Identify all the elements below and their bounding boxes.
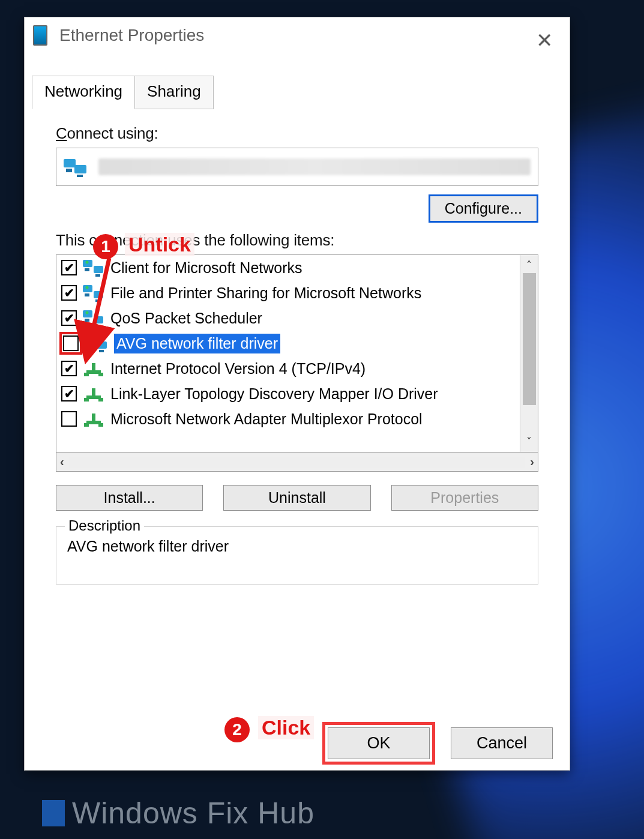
list-item[interactable]: ✔File and Printer Sharing for Microsoft … (56, 280, 520, 305)
svg-point-13 (86, 286, 89, 289)
svg-rect-10 (94, 291, 103, 298)
network-client-icon (83, 284, 104, 302)
svg-point-8 (86, 261, 89, 264)
list-item[interactable]: ✔Client for Microsoft Networks (56, 255, 520, 280)
nic-icon (33, 25, 47, 46)
description-legend: Description (65, 517, 144, 534)
svg-rect-7 (95, 274, 100, 277)
svg-point-23 (89, 337, 92, 340)
list-item[interactable]: ✔QoS Packet Scheduler (56, 305, 520, 331)
list-item-label: AVG network filter driver (114, 334, 280, 353)
list-item-label: Microsoft Network Adapter Multiplexor Pr… (110, 410, 423, 428)
annotation-step2-text: Click (258, 716, 314, 739)
close-icon[interactable]: ✕ (532, 28, 556, 52)
svg-rect-17 (95, 325, 100, 327)
uninstall-button[interactable]: Uninstall (223, 485, 370, 511)
list-item[interactable]: ✔Internet Protocol Version 4 (TCP/IPv4) (56, 356, 520, 381)
vertical-scrollbar[interactable]: ˄ ˅ (520, 255, 538, 452)
titlebar: Ethernet Properties (25, 17, 570, 53)
svg-rect-27 (98, 373, 103, 376)
annotation-step1-text: Untick (125, 233, 194, 256)
ok-highlight-box: OK (322, 722, 435, 765)
tabpanel-networking: Connect using: Configure... This connect… (32, 107, 562, 668)
description-group: Description AVG network filter driver (56, 526, 538, 585)
svg-rect-15 (94, 316, 103, 323)
checkbox[interactable]: ✔ (61, 285, 77, 301)
scroll-right-arrow[interactable]: › (530, 455, 534, 469)
dialog-title: Ethernet Properties (59, 26, 204, 45)
checkbox[interactable] (63, 335, 79, 351)
list-item[interactable]: Microsoft Network Adapter Multiplexor Pr… (56, 406, 520, 432)
install-button[interactable]: Install... (56, 485, 203, 511)
adapter-icon (64, 157, 89, 177)
svg-rect-0 (64, 159, 76, 167)
checkbox[interactable] (61, 411, 77, 427)
svg-rect-21 (88, 344, 93, 347)
tab-sharing[interactable]: Sharing (134, 76, 214, 109)
scroll-thumb[interactable] (523, 273, 536, 405)
svg-rect-33 (92, 413, 95, 422)
list-item[interactable]: ✔Link-Layer Topology Discovery Mapper I/… (56, 381, 520, 406)
network-client-icon (86, 334, 108, 352)
checkbox[interactable]: ✔ (61, 260, 77, 275)
cancel-button[interactable]: Cancel (451, 727, 553, 759)
list-item-label: File and Printer Sharing for Microsoft N… (110, 284, 421, 302)
watermark-text: Windows Fix Hub (72, 796, 314, 831)
network-client-icon (83, 259, 104, 277)
adapter-name-redacted (98, 158, 531, 175)
tab-networking[interactable]: Networking (32, 76, 135, 109)
list-item-label: Internet Protocol Version 4 (TCP/IPv4) (110, 360, 366, 377)
svg-rect-20 (97, 341, 107, 349)
horizontal-scrollbar[interactable]: ‹ › (56, 453, 538, 472)
svg-rect-25 (92, 363, 95, 371)
svg-rect-1 (74, 165, 86, 173)
svg-rect-12 (95, 299, 100, 302)
list-item-label: Link-Layer Topology Discovery Mapper I/O… (110, 385, 438, 403)
tabstrip: Networking Sharing (32, 75, 213, 109)
ok-button[interactable]: OK (328, 727, 430, 759)
connection-items-list[interactable]: ✔Client for Microsoft Networks✔File and … (56, 254, 538, 453)
list-item-label: QoS Packet Scheduler (110, 310, 262, 327)
protocol-icon (83, 385, 104, 403)
ethernet-properties-dialog: Ethernet Properties ✕ Networking Sharing… (24, 17, 570, 771)
network-client-icon (83, 309, 104, 327)
protocol-icon (83, 410, 104, 428)
svg-rect-3 (77, 175, 83, 177)
svg-rect-35 (98, 423, 103, 427)
protocol-icon (83, 359, 104, 377)
list-item-label: Client for Microsoft Networks (110, 259, 302, 277)
checkbox[interactable]: ✔ (61, 386, 77, 401)
checkbox[interactable]: ✔ (61, 310, 77, 326)
adapter-field (56, 148, 538, 186)
svg-rect-5 (94, 266, 103, 273)
svg-rect-6 (85, 268, 89, 271)
svg-rect-16 (85, 319, 89, 322)
svg-rect-26 (84, 373, 89, 376)
scroll-left-arrow[interactable]: ‹ (60, 455, 64, 469)
svg-rect-34 (84, 423, 89, 427)
annotation-step1-badge: 1 (93, 234, 118, 259)
svg-rect-2 (66, 169, 72, 172)
svg-rect-31 (98, 398, 103, 401)
scroll-up-arrow[interactable]: ˄ (520, 255, 538, 275)
watermark: Windows Fix Hub (42, 796, 314, 831)
configure-button[interactable]: Configure... (429, 194, 538, 223)
description-text: AVG network filter driver (67, 538, 527, 555)
svg-point-18 (86, 311, 89, 314)
watermark-icon (42, 800, 65, 826)
annotation-step2-badge: 2 (224, 717, 250, 742)
list-item[interactable]: AVG network filter driver (56, 331, 520, 356)
scroll-down-arrow[interactable]: ˅ (520, 432, 538, 452)
svg-rect-22 (99, 350, 104, 352)
svg-rect-30 (84, 398, 89, 401)
svg-rect-11 (85, 293, 89, 296)
properties-button: Properties (391, 485, 538, 511)
connect-using-label: Connect using: (56, 124, 538, 143)
svg-rect-29 (92, 388, 95, 397)
checkbox[interactable]: ✔ (61, 361, 77, 376)
